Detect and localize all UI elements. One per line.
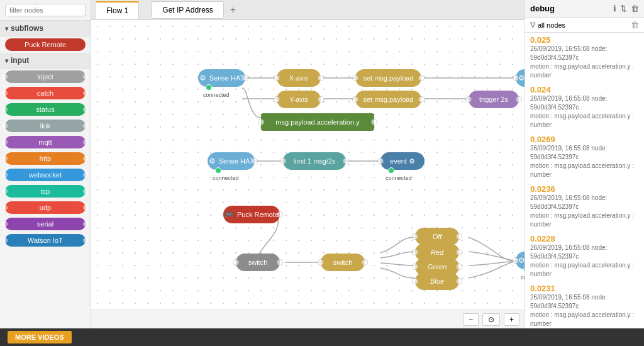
sense-hat-3-status-label: connected bbox=[213, 175, 239, 181]
trigger-port-left bbox=[465, 96, 472, 103]
trash-icon[interactable]: 🗑 bbox=[631, 4, 639, 13]
node-x-axis[interactable]: X-axis bbox=[277, 69, 321, 87]
tcp-port-left bbox=[3, 189, 8, 194]
sidebar-node-tcp[interactable]: tcp bbox=[5, 185, 86, 198]
sense-hat-1-label: Sense HAT bbox=[209, 74, 244, 82]
sense-hat-1-status-dot bbox=[206, 84, 212, 91]
more-videos-button[interactable]: MORE VIDEOS bbox=[8, 331, 72, 343]
node-off[interactable]: Off bbox=[415, 228, 459, 245]
switch2-port-right bbox=[362, 259, 368, 265]
debug-msg-2-meta: 26/09/2019, 16:55:08 node: 59d0d3f4.5239… bbox=[530, 144, 639, 179]
green-label: Green bbox=[428, 263, 447, 271]
node-set-payload-1[interactable]: set msg.payload bbox=[355, 69, 421, 87]
filter-icon[interactable]: ⇅ bbox=[620, 4, 627, 13]
http-port-right bbox=[83, 156, 88, 161]
sidebar-filter-container bbox=[0, 0, 91, 21]
sense-hat-icon: ⚙ bbox=[199, 74, 206, 82]
sidebar-node-websocket[interactable]: websocket bbox=[5, 169, 86, 181]
sidebar-node-watson-iot[interactable]: Watson IoT bbox=[5, 234, 86, 247]
node-acceleration-y[interactable]: msg.payload.acceleration.y bbox=[261, 113, 374, 131]
y-axis-label: Y-axis bbox=[289, 96, 308, 103]
mqtt-label: mqtt bbox=[11, 138, 79, 146]
sense-hat-4-port-left bbox=[513, 257, 519, 264]
node-event[interactable]: event ⚙ connected bbox=[380, 152, 425, 170]
switch1-port-right bbox=[277, 259, 283, 265]
link-label: link bbox=[11, 122, 79, 130]
tab-get-ip[interactable]: Get IP Address bbox=[152, 1, 224, 19]
watson-iot-label: Watson IoT bbox=[11, 237, 79, 244]
sidebar-node-catch[interactable]: catch bbox=[5, 87, 86, 99]
sidebar-node-serial[interactable]: serial bbox=[5, 218, 86, 230]
debug-msg-3-timestamp: 26/09/2019, 16:55:08 bbox=[530, 194, 590, 201]
debug-msg-0-value: 0.025 bbox=[530, 35, 639, 45]
set-payload-2-port-left bbox=[352, 96, 358, 103]
inject-label: inject bbox=[11, 73, 79, 81]
debug-msg-5-text: motion : msg.payload.acceleration.y : nu… bbox=[530, 311, 634, 327]
green-port-left bbox=[412, 264, 418, 270]
debug-header: debug ℹ ⇅ 🗑 bbox=[525, 0, 644, 18]
debug-msg-0-node: 59d0d3f4.52397c bbox=[530, 54, 579, 61]
limit-port-right bbox=[343, 158, 349, 164]
sidebar-node-mqtt[interactable]: mqtt bbox=[5, 136, 86, 148]
mqtt-port-right bbox=[83, 140, 88, 145]
node-sense-hat-3[interactable]: ⚙ Sense HAT connected bbox=[208, 152, 255, 170]
debug-msg-3-node: 59d0d3f4.52397c bbox=[530, 203, 579, 210]
node-y-axis[interactable]: Y-axis bbox=[277, 91, 321, 108]
node-sense-hat-1[interactable]: ⚙ Sense HAT connected bbox=[198, 69, 245, 87]
switch1-label: switch bbox=[248, 259, 268, 266]
set-payload-2-port-right bbox=[418, 96, 425, 103]
http-port-left bbox=[3, 156, 8, 161]
switch2-port-left bbox=[318, 259, 324, 265]
sidebar-node-link[interactable]: link bbox=[5, 120, 86, 132]
debug-title: debug bbox=[530, 4, 609, 13]
zoom-reset-button[interactable]: ⊙ bbox=[482, 313, 500, 326]
canvas-body[interactable]: ⚙ Sense HAT connected X-axis set msg.pay… bbox=[91, 20, 525, 310]
off-label: Off bbox=[433, 233, 442, 240]
sidebar-node-udp[interactable]: udp bbox=[5, 201, 86, 214]
tcp-label: tcp bbox=[11, 187, 79, 195]
udp-port-left bbox=[3, 205, 8, 210]
canvas-toolbar: − ⊙ + bbox=[91, 310, 525, 328]
input-arrow: ▾ bbox=[5, 57, 8, 64]
tab-flow1[interactable]: Flow 1 bbox=[96, 1, 139, 19]
sidebar-node-inject[interactable]: inject bbox=[5, 70, 86, 83]
acceleration-port-left bbox=[258, 119, 264, 125]
node-switch-2[interactable]: switch bbox=[321, 254, 365, 271]
debug-msg-4-text: motion : msg.payload.acceleration.y : nu… bbox=[530, 262, 634, 277]
set-payload-1-port-right bbox=[418, 75, 425, 81]
debug-msg-0-timestamp: 26/09/2019, 16:55:08 bbox=[530, 45, 590, 52]
node-blue-node[interactable]: Blue bbox=[415, 272, 459, 290]
event-status-dot bbox=[388, 167, 394, 174]
main-area: ▾ subflows Puck Remote ▾ input inject ca… bbox=[0, 0, 644, 328]
node-limit-1msg[interactable]: limit 1 msg/2s bbox=[283, 152, 346, 170]
sidebar-node-puck-remote[interactable]: Puck Remote bbox=[5, 38, 86, 51]
zoom-out-button[interactable]: − bbox=[463, 313, 479, 326]
sidebar-node-status[interactable]: status bbox=[5, 103, 86, 116]
sidebar-section-subflows[interactable]: ▾ subflows bbox=[0, 21, 91, 36]
blue-port-right bbox=[456, 278, 462, 284]
trigger-label: trigger 2s bbox=[479, 96, 508, 103]
debug-msg-5-value: 0.0231 bbox=[530, 284, 639, 293]
blue-port-left bbox=[412, 278, 418, 284]
debug-msg-2-value: 0.0269 bbox=[530, 135, 639, 144]
debug-msg-4-meta: 26/09/2019, 16:55:08 node: 59d0d3f4.5239… bbox=[530, 243, 639, 279]
node-set-payload-2[interactable]: set msg.payload bbox=[355, 91, 421, 108]
tcp-port-right bbox=[83, 189, 88, 194]
node-switch-1[interactable]: switch bbox=[236, 254, 280, 271]
debug-clear-button[interactable]: 🗑 bbox=[631, 20, 639, 30]
y-axis-port-right bbox=[318, 96, 324, 103]
node-puck-remote-canvas[interactable]: 🎮 Puck Remote bbox=[223, 206, 280, 223]
catch-port-right bbox=[83, 91, 88, 96]
info-icon[interactable]: ℹ bbox=[613, 4, 616, 13]
sidebar-section-input[interactable]: ▾ input bbox=[0, 53, 91, 69]
add-tab-button[interactable]: + bbox=[224, 2, 242, 18]
websocket-port-right bbox=[83, 172, 88, 177]
debug-msg-5-node: 59d0d3f4.52397c bbox=[530, 303, 579, 310]
node-trigger-2s[interactable]: trigger 2s bbox=[469, 91, 519, 108]
sidebar-node-http[interactable]: http bbox=[5, 152, 86, 165]
filter-nodes-input[interactable] bbox=[5, 4, 86, 16]
udp-port-right bbox=[83, 205, 88, 210]
zoom-in-button[interactable]: + bbox=[504, 313, 519, 326]
debug-msg-5: 0.0231 26/09/2019, 16:55:08 node: 59d0d3… bbox=[530, 284, 639, 328]
debug-msg-3-meta: 26/09/2019, 16:55:08 node: 59d0d3f4.5239… bbox=[530, 194, 639, 229]
